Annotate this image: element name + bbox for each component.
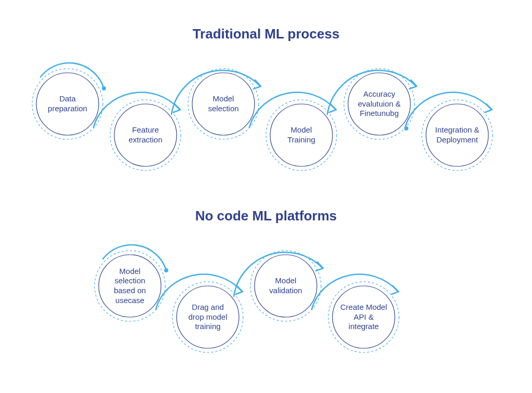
node-model-training: ModelTraining [265,99,338,172]
section2-row: Modelselectionbased onusecase Drag anddr… [0,239,532,359]
node-model-validation: Modelvalidation [249,250,322,322]
node-label: Drag anddrop modeltraining [171,281,244,353]
section2-title: No code ML platforms [0,208,532,224]
node-label: Modelselection [187,68,260,140]
node-label: Accuracyevalutuion &Finetunubg [343,68,416,140]
node-model-selection-usecase: Modelselectionbased onusecase [94,250,166,322]
node-accuracy-evaluation: Accuracyevalutuion &Finetunubg [343,68,416,140]
diagram-root: Traditional ML process Datapreparation [0,0,532,393]
node-label: Modelselectionbased onusecase [94,250,166,322]
section1-row: Datapreparation Featureextraction [0,57,532,177]
node-drag-drop-training: Drag anddrop modeltraining [171,281,244,353]
node-label: Create ModelAPI &integrate [327,281,400,353]
node-create-api-integrate: Create ModelAPI &integrate [327,281,400,353]
node-label: Featureextraction [109,99,182,172]
node-label: Modelvalidation [249,250,322,322]
node-label: Datapreparation [31,68,104,140]
node-data-preparation: Datapreparation [31,68,104,140]
node-label: Integration &Deployment [421,99,494,172]
node-model-selection: Modelselection [187,68,260,140]
section1-title: Traditional ML process [0,26,532,42]
node-integration-deployment: Integration &Deployment [421,99,494,172]
node-label: ModelTraining [265,99,338,172]
node-feature-extraction: Featureextraction [109,99,182,172]
